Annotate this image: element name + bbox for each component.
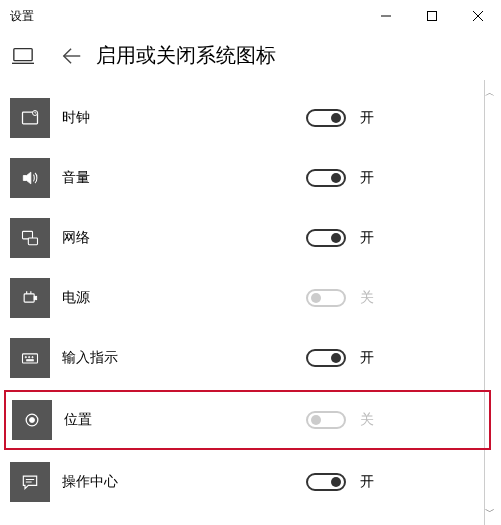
power-icon bbox=[20, 288, 40, 308]
page-title: 启用或关闭系统图标 bbox=[96, 42, 276, 69]
label-power: 电源 bbox=[62, 289, 90, 307]
toggle-state-location: 关 bbox=[360, 411, 374, 429]
device-icon bbox=[10, 45, 36, 67]
label-ime: 输入指示 bbox=[62, 349, 118, 367]
maximize-icon bbox=[427, 11, 437, 21]
toggle-state-action-center: 开 bbox=[360, 473, 374, 491]
window-title: 设置 bbox=[10, 8, 34, 25]
tile-action-center bbox=[10, 462, 50, 502]
titlebar: 设置 bbox=[0, 0, 501, 32]
minimize-button[interactable] bbox=[363, 0, 409, 32]
location-icon bbox=[22, 410, 42, 430]
row-network: 网络 开 bbox=[0, 208, 501, 268]
svg-rect-12 bbox=[28, 238, 37, 245]
svg-rect-13 bbox=[24, 294, 34, 302]
svg-rect-21 bbox=[27, 360, 34, 361]
label-action-center: 操作中心 bbox=[62, 473, 118, 491]
clock-icon bbox=[20, 108, 40, 128]
tile-power bbox=[10, 278, 50, 318]
svg-rect-17 bbox=[23, 354, 38, 363]
back-arrow-icon bbox=[61, 45, 83, 67]
tile-volume bbox=[10, 158, 50, 198]
toggle-power bbox=[306, 289, 346, 307]
toggle-location bbox=[306, 411, 346, 429]
tile-network bbox=[10, 218, 50, 258]
toggle-action-center[interactable] bbox=[306, 473, 346, 491]
row-ime: 输入指示 开 bbox=[0, 328, 501, 388]
keyboard-icon bbox=[20, 348, 40, 368]
close-button[interactable] bbox=[455, 0, 501, 32]
svg-point-19 bbox=[29, 357, 30, 358]
svg-rect-1 bbox=[428, 12, 437, 21]
tile-ime bbox=[10, 338, 50, 378]
toggle-volume[interactable] bbox=[306, 169, 346, 187]
tile-location bbox=[12, 400, 52, 440]
svg-point-23 bbox=[30, 418, 35, 423]
svg-rect-4 bbox=[14, 48, 32, 60]
row-action-center: 操作中心 开 bbox=[0, 452, 501, 512]
row-clock: 时钟 开 bbox=[0, 88, 501, 148]
label-network: 网络 bbox=[62, 229, 90, 247]
toggle-clock[interactable] bbox=[306, 109, 346, 127]
page-header: 启用或关闭系统图标 bbox=[0, 32, 501, 80]
network-icon bbox=[20, 228, 40, 248]
toggle-state-ime: 开 bbox=[360, 349, 374, 367]
svg-point-20 bbox=[32, 357, 33, 358]
label-volume: 音量 bbox=[62, 169, 90, 187]
row-volume: 音量 开 bbox=[0, 148, 501, 208]
label-location: 位置 bbox=[64, 411, 92, 429]
row-location: 位置 关 bbox=[4, 390, 491, 450]
toggle-state-power: 关 bbox=[360, 289, 374, 307]
toggle-ime[interactable] bbox=[306, 349, 346, 367]
action-center-icon bbox=[20, 472, 40, 492]
close-icon bbox=[473, 11, 483, 21]
toggle-state-volume: 开 bbox=[360, 169, 374, 187]
toggle-state-clock: 开 bbox=[360, 109, 374, 127]
volume-icon bbox=[20, 168, 40, 188]
back-button[interactable] bbox=[54, 38, 90, 74]
toggle-network[interactable] bbox=[306, 229, 346, 247]
svg-rect-14 bbox=[34, 296, 36, 299]
svg-point-18 bbox=[25, 357, 26, 358]
toggle-state-network: 开 bbox=[360, 229, 374, 247]
maximize-button[interactable] bbox=[409, 0, 455, 32]
row-power: 电源 关 bbox=[0, 268, 501, 328]
minimize-icon bbox=[381, 11, 391, 21]
tile-clock bbox=[10, 98, 50, 138]
label-clock: 时钟 bbox=[62, 109, 90, 127]
content-area: ︿ ﹀ 时钟 开 音量 开 网络 开 bbox=[0, 80, 501, 525]
